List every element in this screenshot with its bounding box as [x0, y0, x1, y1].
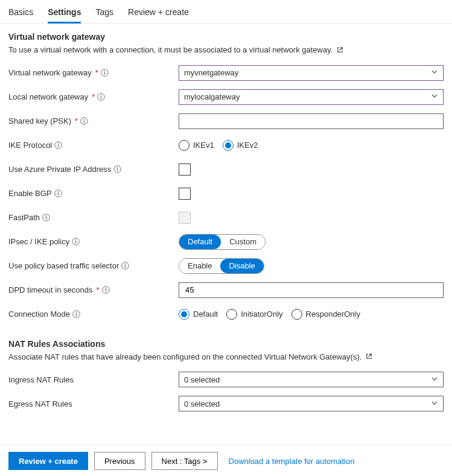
label-fastpath: FastPath [8, 213, 40, 222]
tab-review-create[interactable]: Review + create [128, 4, 189, 24]
info-icon[interactable] [101, 69, 109, 77]
connmode-responder-radio[interactable]: ResponderOnly [291, 309, 360, 320]
info-icon[interactable] [42, 214, 50, 221]
required-indicator: * [92, 92, 95, 101]
tab-tags[interactable]: Tags [95, 4, 113, 24]
use-private-ip-checkbox[interactable] [179, 163, 191, 176]
section-desc-vng: To use a virtual network with a connecti… [8, 45, 444, 56]
info-icon[interactable] [80, 117, 88, 125]
label-local-network-gateway: Local network gateway [8, 92, 88, 101]
label-ingress-nat: Ingress NAT Rules [8, 375, 74, 384]
footer: Review + create Previous Next : Tags > D… [0, 444, 452, 476]
ipsec-custom-option[interactable]: Custom [221, 235, 265, 249]
info-icon[interactable] [54, 141, 62, 149]
label-enable-bgp: Enable BGP [8, 189, 52, 198]
info-icon[interactable] [121, 262, 129, 270]
chevron-down-icon [431, 399, 438, 408]
section-heading-nat: NAT Rules Associations [8, 339, 444, 349]
tab-settings[interactable]: Settings [48, 4, 81, 24]
enable-bgp-checkbox[interactable] [179, 188, 191, 200]
label-use-private-ip: Use Azure Private IP Address [8, 165, 111, 174]
info-icon[interactable] [102, 286, 110, 294]
chevron-down-icon [431, 92, 438, 101]
ipsec-default-option[interactable]: Default [179, 235, 221, 249]
chevron-down-icon [431, 375, 438, 384]
tab-basics[interactable]: Basics [8, 4, 33, 24]
next-button[interactable]: Next : Tags > [151, 452, 218, 470]
section-desc-nat: Associate NAT rules that have already be… [8, 352, 444, 363]
label-dpd-timeout: DPD timeout in seconds [8, 285, 92, 294]
label-ike-protocol: IKE Protocol [8, 141, 52, 150]
label-ipsec-policy: IPsec / IKE policy [8, 237, 69, 246]
ike-v2-radio[interactable]: IKEv2 [223, 140, 258, 151]
local-network-gateway-select[interactable]: mylocalgateway [179, 89, 444, 105]
previous-button[interactable]: Previous [94, 452, 145, 470]
external-link-icon[interactable] [365, 352, 373, 362]
fastpath-checkbox [179, 212, 191, 224]
required-indicator: * [96, 285, 99, 294]
required-indicator: * [75, 116, 78, 125]
review-create-button[interactable]: Review + create [8, 452, 88, 470]
dpd-timeout-input[interactable] [179, 282, 444, 298]
required-indicator: * [95, 68, 98, 77]
download-template-link[interactable]: Download a template for automation [229, 457, 355, 466]
connmode-initiator-radio[interactable]: InitiatorOnly [226, 309, 282, 320]
ipsec-policy-toggle: Default Custom [179, 234, 266, 250]
info-icon[interactable] [97, 93, 105, 101]
shared-key-input[interactable] [179, 113, 444, 129]
chevron-down-icon [431, 68, 438, 77]
external-link-icon[interactable] [336, 46, 344, 56]
egress-nat-select[interactable]: 0 selected [179, 396, 444, 411]
info-icon[interactable] [72, 310, 80, 318]
policy-traffic-selector-toggle: Enable Disable [179, 258, 264, 274]
tabs: Basics Settings Tags Review + create [0, 0, 452, 24]
ike-v1-radio[interactable]: IKEv1 [179, 140, 214, 151]
ingress-nat-select[interactable]: 0 selected [179, 372, 444, 387]
pbts-enable-option[interactable]: Enable [179, 259, 220, 273]
label-connection-mode: Connection Mode [8, 309, 70, 319]
label-shared-key: Shared key (PSK) [8, 116, 71, 125]
connmode-default-radio[interactable]: Default [179, 309, 218, 320]
section-heading-vng: Virtual network gateway [8, 32, 444, 42]
label-virtual-network-gateway: Virtual network gateway [8, 68, 92, 77]
virtual-network-gateway-select[interactable]: myvnetgateway [179, 65, 444, 81]
label-egress-nat: Egress NAT Rules [8, 399, 72, 408]
info-icon[interactable] [72, 238, 80, 246]
pbts-disable-option[interactable]: Disable [220, 259, 263, 273]
info-icon[interactable] [54, 189, 62, 197]
label-policy-traffic-selector: Use policy based traffic selector [8, 261, 119, 270]
info-icon[interactable] [113, 165, 121, 173]
